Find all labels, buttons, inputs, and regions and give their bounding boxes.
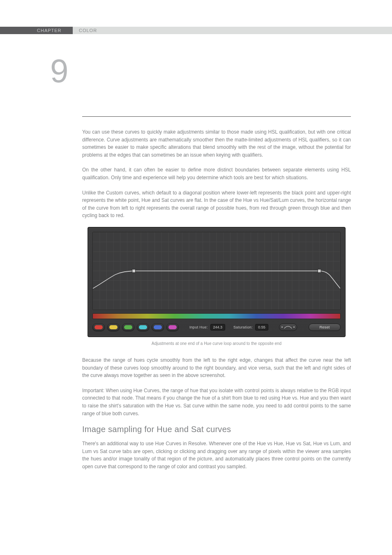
page-header: CHAPTER COLOR bbox=[0, 27, 392, 34]
input-hue-field[interactable]: 244.3 bbox=[210, 324, 226, 331]
body-paragraph-3: Unlike the Custom curves, which default … bbox=[82, 189, 351, 220]
hue-spectrum-bar[interactable] bbox=[92, 313, 341, 319]
swatch-yellow[interactable] bbox=[107, 324, 120, 331]
curve-editor-figure: Input Hue: 244.3 Saturation: 0.55 Reset bbox=[80, 227, 353, 346]
curve-graph-area[interactable] bbox=[92, 232, 341, 310]
cursor-icon bbox=[329, 285, 341, 310]
body-paragraph-6: There's an additional way to use Hue Cur… bbox=[82, 440, 351, 470]
saturation-label: Saturation: bbox=[233, 325, 253, 329]
subheading-image-sampling: Image sampling for Hue and Sat curves bbox=[82, 425, 351, 434]
header-dark-band bbox=[0, 27, 73, 34]
body-paragraph-4: Because the range of hues cycle smoothly… bbox=[82, 356, 351, 379]
swatch-blue[interactable] bbox=[152, 324, 164, 331]
curve-grid-icon bbox=[93, 232, 340, 310]
spline-mode-toggle[interactable] bbox=[279, 324, 297, 331]
chapter-label: CHAPTER bbox=[37, 27, 62, 34]
body-paragraph-1: You can use these curves to quickly make… bbox=[82, 128, 351, 159]
svg-rect-47 bbox=[318, 269, 321, 273]
curve-editor-panel: Input Hue: 244.3 Saturation: 0.55 Reset bbox=[88, 227, 346, 337]
saturation-field[interactable]: 0.55 bbox=[255, 324, 268, 331]
reset-button[interactable]: Reset bbox=[309, 324, 341, 331]
section-label: COLOR bbox=[79, 27, 97, 34]
swatch-red[interactable] bbox=[92, 324, 105, 331]
spline-icon bbox=[284, 325, 292, 329]
curve-toolbar: Input Hue: 244.3 Saturation: 0.55 Reset bbox=[92, 322, 341, 332]
chapter-number: 9 bbox=[50, 55, 69, 88]
figure-caption: Adjustments at one end of a Hue curve lo… bbox=[80, 341, 353, 346]
body-paragraph-2: On the other hand, it can often be easie… bbox=[82, 166, 351, 181]
input-hue-label: Input Hue: bbox=[189, 325, 208, 329]
section-rule bbox=[82, 116, 351, 117]
header-light-band bbox=[73, 27, 392, 34]
swatch-magenta[interactable] bbox=[166, 324, 179, 331]
swatch-green[interactable] bbox=[122, 324, 134, 331]
body-paragraph-5: Important: When using Hue Curves, the ra… bbox=[82, 387, 351, 417]
svg-rect-46 bbox=[132, 269, 136, 273]
swatch-cyan[interactable] bbox=[137, 324, 149, 331]
